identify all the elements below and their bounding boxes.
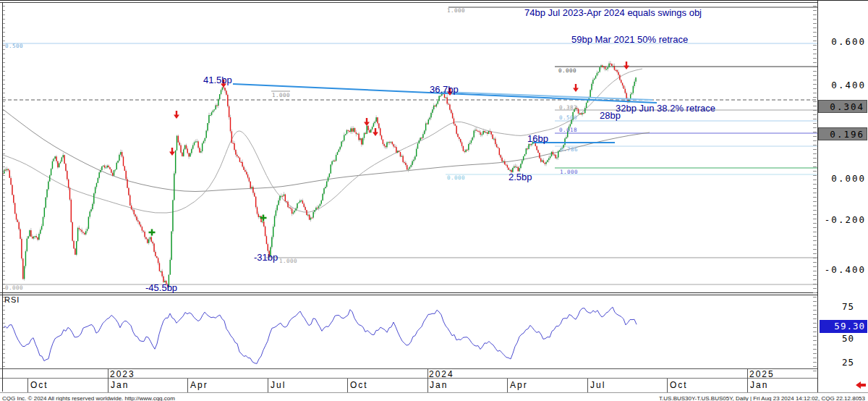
year-label: 2025 (749, 369, 775, 379)
sell-signal-arrow-icon (221, 80, 226, 88)
sell-signal-arrow-icon (169, 148, 175, 156)
month-label: Jul (271, 380, 286, 390)
year-label: 2024 (429, 369, 454, 379)
year-label: 2023 (110, 369, 135, 379)
buy-signal-plus-icon (149, 229, 156, 236)
symbol-timestamp-text: T.US.BUS30Y-T.US.BUS05Y, Daily | Fri Aug… (659, 395, 865, 401)
price-axis-label: 0.196 (818, 127, 867, 140)
rsi-axis-label: 50 (818, 332, 854, 345)
rsi-value-badge: 59.30 (820, 320, 867, 333)
sell-signal-arrow-icon (174, 111, 179, 119)
month-separator (347, 379, 348, 392)
price-axis-label: -0.200 (818, 214, 866, 227)
candlestick-chart-canvas[interactable] (0, 1, 817, 392)
year-separator (108, 368, 109, 379)
month-label: Oct (30, 380, 48, 390)
month-label: Jan (111, 380, 129, 390)
month-label: Apr (510, 380, 528, 390)
rsi-pane-top-border (0, 295, 817, 295)
copyright-text: CQG Inc. © 2024 All rights reserved worl… (2, 395, 175, 401)
rsi-axis-label: 75 (818, 300, 854, 313)
month-separator (108, 379, 109, 392)
sell-signal-arrow-icon (573, 84, 579, 92)
time-axis[interactable]: OctJanAprJulOctJanAprJulOctJan2023202420… (0, 368, 817, 392)
sell-signal-arrow-icon (364, 118, 370, 126)
month-separator (587, 379, 588, 392)
month-separator (507, 379, 508, 392)
month-label: Apr (190, 380, 208, 390)
month-separator (187, 379, 188, 392)
sell-signal-arrow-icon (373, 128, 378, 136)
month-separator (268, 379, 268, 392)
status-bar: CQG Inc. © 2024 All rights reserved worl… (0, 392, 868, 401)
month-label: Jan (430, 380, 448, 390)
month-label: Oct (670, 380, 688, 390)
price-axis-label: -0.400 (818, 263, 866, 277)
price-chart-pane[interactable] (0, 1, 817, 392)
month-label: Jan (750, 380, 768, 390)
month-label: Oct (350, 380, 368, 390)
scroll-to-end-arrow-icon[interactable] (855, 380, 867, 390)
month-label: Jul (590, 380, 605, 390)
price-axis-label: 0.600 (818, 35, 866, 48)
year-separator (427, 368, 428, 379)
price-axis-label: 0.000 (818, 172, 866, 185)
rsi-study-label: RSI (4, 295, 20, 304)
price-rsi-separator[interactable] (0, 292, 817, 293)
month-separator (427, 379, 428, 392)
price-axis-label: 0.400 (818, 79, 866, 92)
cqg-chart-window: RSI 74bp Jul 2023-Apr 2024 equals swings… (0, 0, 868, 401)
year-separator (747, 368, 748, 379)
month-separator (747, 379, 748, 392)
right-price-axis[interactable]: 0.6000.4000.3040.1960.000-0.200-0.400755… (817, 1, 868, 392)
price-axis-label: 0.304 (818, 100, 867, 113)
sell-signal-arrow-icon (624, 62, 629, 69)
rsi-axis-label: 25 (818, 356, 854, 369)
plot-left-border (2, 2, 3, 392)
month-separator (27, 379, 28, 392)
right-axis-ticks (813, 2, 817, 371)
month-separator (667, 379, 668, 392)
plot-top-border (0, 2, 817, 3)
